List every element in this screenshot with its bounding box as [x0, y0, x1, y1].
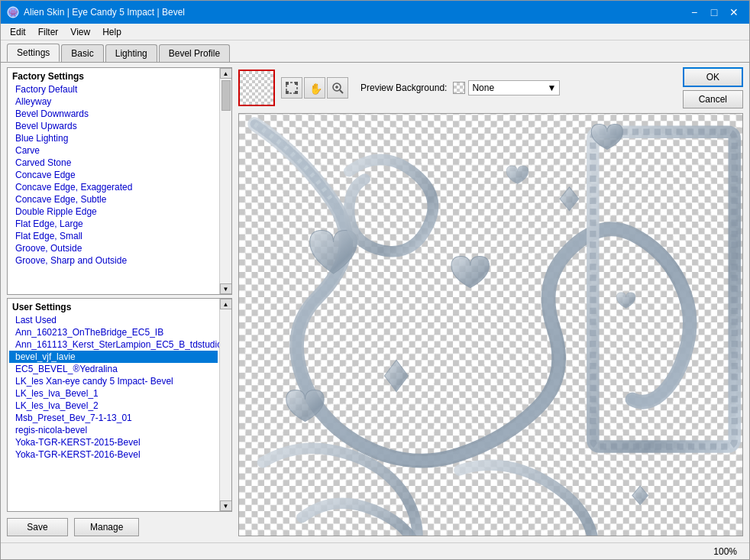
button-row: Save Manage	[7, 518, 232, 536]
user-settings-header: User Settings	[9, 300, 218, 314]
svg-rect-3	[286, 82, 289, 85]
tab-basic[interactable]: Basic	[61, 44, 103, 62]
preset-groove-sharp[interactable]: Groove, Sharp and Outside	[9, 254, 218, 267]
user-ann-160213[interactable]: Ann_160213_OnTheBridge_EC5_IB	[9, 326, 218, 338]
preview-area	[238, 113, 743, 536]
preview-image	[239, 114, 742, 536]
preset-bevel-downwards[interactable]: Bevel Downwards	[9, 108, 218, 120]
hand-tool-button[interactable]: ✋	[304, 77, 325, 99]
preset-concave-edge-exaggerated[interactable]: Concave Edge, Exaggerated	[9, 181, 218, 193]
preset-double-ripple-edge[interactable]: Double Ripple Edge	[9, 206, 218, 218]
title-bar: 👾 Alien Skin | Eye Candy 5 Impact | Beve…	[1, 1, 749, 24]
scrollbar-thumb[interactable]	[221, 80, 231, 111]
tool-buttons: ✋	[281, 77, 348, 99]
factory-settings-header: Factory Settings	[9, 70, 218, 83]
tabs-bar: Settings Basic Lighting Bevel Profile	[1, 40, 749, 62]
menu-help[interactable]: Help	[96, 25, 128, 39]
menu-bar: Edit Filter View Help	[1, 24, 749, 40]
preset-alleyway[interactable]: Alleyway	[9, 95, 218, 108]
preset-carved-stone[interactable]: Carved Stone	[9, 157, 218, 169]
title-bar-controls: − □ ✕	[685, 5, 743, 20]
factory-settings-container: Factory Settings Factory Default Alleywa…	[7, 67, 232, 295]
main-content: Factory Settings Factory Default Alleywa…	[1, 62, 749, 542]
zoom-tool-button[interactable]	[327, 77, 348, 99]
svg-rect-5	[286, 91, 289, 94]
status-bar: 100%	[1, 542, 749, 559]
manage-button[interactable]: Manage	[74, 518, 139, 536]
user-scrollbar[interactable]: ▲ ▼	[219, 299, 231, 511]
scrollbar-down-arrow[interactable]: ▼	[220, 283, 232, 294]
bevel-preview-svg	[239, 114, 742, 536]
user-scrollbar-down-arrow[interactable]: ▼	[220, 500, 232, 511]
left-panel: Factory Settings Factory Default Alleywa…	[7, 63, 232, 536]
preset-factory-default[interactable]: Factory Default	[9, 83, 218, 95]
user-yoka-2016[interactable]: Yoka-TGR-KERST-2016-Bevel	[9, 448, 218, 461]
svg-text:👾: 👾	[8, 8, 18, 18]
cancel-button[interactable]: Cancel	[683, 90, 743, 108]
preset-carve[interactable]: Carve	[9, 144, 218, 157]
menu-edit[interactable]: Edit	[4, 25, 32, 39]
dropdown-arrow-icon: ▼	[548, 83, 557, 93]
user-scrollbar-up-arrow[interactable]: ▲	[220, 299, 232, 309]
preview-bg-label: Preview Background:	[360, 83, 447, 93]
preset-bevel-upwards[interactable]: Bevel Upwards	[9, 120, 218, 132]
main-window: 👾 Alien Skin | Eye Candy 5 Impact | Beve…	[0, 0, 750, 560]
title-bar-left: 👾 Alien Skin | Eye Candy 5 Impact | Beve…	[7, 6, 185, 18]
ok-button[interactable]: OK	[683, 67, 743, 87]
user-bevel-vjf-lavie[interactable]: bevel_vjf_lavie	[9, 351, 218, 363]
tab-settings[interactable]: Settings	[7, 44, 60, 62]
select-tool-button[interactable]	[281, 77, 302, 99]
maximize-button[interactable]: □	[705, 5, 723, 20]
tab-bevel-profile[interactable]: Bevel Profile	[159, 44, 230, 62]
zoom-level: 100%	[713, 546, 737, 557]
preset-flat-edge-small[interactable]: Flat Edge, Small	[9, 230, 218, 242]
close-button[interactable]: ✕	[725, 5, 743, 20]
ok-cancel-panel: OK Cancel	[683, 67, 743, 108]
factory-settings-list[interactable]: Factory Settings Factory Default Alleywa…	[8, 68, 219, 294]
menu-view[interactable]: View	[64, 25, 96, 39]
user-ann-161113[interactable]: Ann_161113_Kerst_SterLampion_EC5_B_tdstu…	[9, 338, 218, 351]
user-ec5-bevel-yedralina[interactable]: EC5_BEVEL_®Yedralina	[9, 363, 218, 375]
right-panel: ✋ Preview Background:	[238, 63, 743, 536]
svg-rect-4	[295, 82, 298, 85]
user-msb-preset[interactable]: Msb_Preset_Bev_7-1-13_01	[9, 412, 218, 424]
preset-blue-lighting[interactable]: Blue Lighting	[9, 132, 218, 144]
factory-scrollbar[interactable]: ▲ ▼	[219, 68, 231, 294]
user-lk-les-lva-1[interactable]: LK_les_lva_Bevel_1	[9, 387, 218, 400]
user-yoka-2015[interactable]: Yoka-TGR-KERST-2015-Bevel	[9, 436, 218, 448]
preview-bg-dropdown[interactable]: None ▼	[468, 80, 560, 95]
menu-filter[interactable]: Filter	[32, 25, 65, 39]
app-icon: 👾	[7, 6, 19, 18]
user-lk-les-xan[interactable]: LK_les Xan-eye candy 5 Impact- Bevel	[9, 375, 218, 387]
factory-list-scroll: Factory Settings Factory Default Alleywa…	[8, 68, 231, 294]
user-regis-nicola[interactable]: regis-nicola-bevel	[9, 424, 218, 436]
preview-thumbnail	[238, 70, 275, 106]
user-last-used[interactable]: Last Used	[9, 314, 218, 326]
preview-bg-swatch	[453, 82, 465, 94]
user-lk-les-lva-2[interactable]: LK_les_lva_Bevel_2	[9, 400, 218, 412]
user-settings-list[interactable]: User Settings Last Used Ann_160213_OnThe…	[8, 299, 219, 511]
minimize-button[interactable]: −	[685, 5, 703, 20]
user-list-scroll: User Settings Last Used Ann_160213_OnThe…	[8, 299, 231, 511]
preview-bg-select: None ▼	[453, 80, 560, 95]
svg-rect-6	[295, 91, 298, 94]
preset-flat-edge-large[interactable]: Flat Edge, Large	[9, 218, 218, 230]
preset-concave-edge-subtle[interactable]: Concave Edge, Subtle	[9, 193, 218, 206]
preset-groove-outside[interactable]: Groove, Outside	[9, 242, 218, 254]
tab-lighting[interactable]: Lighting	[105, 44, 157, 62]
preset-concave-edge[interactable]: Concave Edge	[9, 169, 218, 181]
toolbar-top: ✋ Preview Background:	[238, 67, 743, 108]
save-button[interactable]: Save	[7, 518, 68, 536]
svg-text:✋: ✋	[309, 83, 322, 95]
title-bar-text: Alien Skin | Eye Candy 5 Impact | Bevel	[24, 7, 185, 18]
user-settings-container: User Settings Last Used Ann_160213_OnThe…	[7, 298, 232, 512]
scrollbar-up-arrow[interactable]: ▲	[220, 68, 232, 79]
svg-line-9	[340, 90, 343, 93]
